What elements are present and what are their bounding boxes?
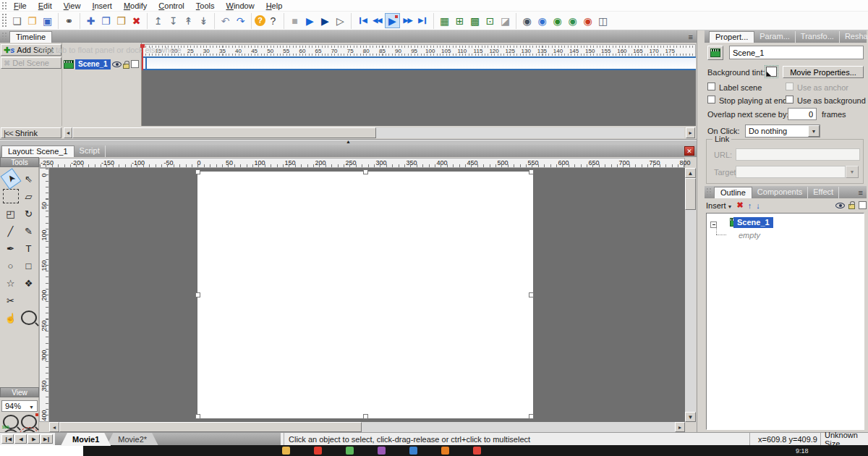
stop-icon[interactable]: ■ — [287, 13, 302, 28]
scroll-right-icon[interactable]: ▸ — [675, 422, 685, 432]
visibility-eye-icon[interactable] — [112, 62, 122, 67]
menu-window[interactable]: Window — [221, 1, 260, 10]
export-movie-icon[interactable]: ◉ — [519, 13, 535, 28]
taskbar-app4-icon[interactable] — [409, 447, 417, 455]
export-window-icon[interactable]: ◉ — [550, 13, 565, 28]
export-avi-icon[interactable]: ◉ — [565, 13, 580, 28]
paste-icon[interactable]: ❒ — [114, 13, 129, 28]
insert-movieclip-icon[interactable]: ⊞ — [452, 13, 467, 28]
workspace-canvas[interactable] — [49, 168, 685, 422]
timeline-frame-ruler[interactable]: 1520253035404550556065707580859095100105… — [142, 44, 696, 56]
menubar-grip[interactable] — [1, 1, 7, 9]
goto-end-icon[interactable]: ▶❙ — [415, 13, 430, 28]
select-column-checkbox[interactable] — [859, 201, 867, 209]
delete-object-icon[interactable]: ✖ — [736, 200, 743, 210]
selection-handle[interactable] — [363, 414, 368, 419]
lower-icon[interactable]: ↧ — [166, 13, 181, 28]
scene-type-button[interactable] — [707, 46, 723, 60]
taskbar-app3-icon[interactable] — [378, 447, 386, 455]
text-tool[interactable]: T — [21, 241, 37, 256]
timeline-scene-label[interactable]: Scene_1 — [75, 59, 111, 69]
label-scene-checkbox[interactable] — [707, 83, 715, 90]
hscrollbar-thumb[interactable] — [59, 422, 362, 432]
selection-handle[interactable] — [195, 169, 200, 174]
lock-icon[interactable] — [123, 64, 129, 69]
close-layout-icon[interactable] — [684, 146, 694, 156]
scene-select-checkbox[interactable] — [131, 60, 139, 68]
shrink-button[interactable]: |<< Shrink — [1, 127, 61, 138]
selection-handle[interactable] — [529, 414, 534, 419]
menu-tools[interactable]: Tools — [190, 1, 221, 10]
tab-transfo[interactable]: Transfo... — [796, 31, 840, 43]
zoom-level-dropdown[interactable]: 94% — [1, 400, 38, 412]
outline-grip[interactable] — [706, 187, 711, 197]
tab-param[interactable]: Param... — [754, 31, 796, 43]
save-icon[interactable]: ▣ — [40, 13, 55, 28]
canvas-horizontal-scrollbar[interactable]: ◂ ▸ — [49, 422, 685, 432]
scale-tool[interactable]: ◰ — [3, 206, 19, 221]
step-forward-icon[interactable]: ▶▶ — [400, 13, 415, 28]
tab-properties[interactable]: Propert... — [709, 31, 754, 43]
tab-effect[interactable]: Effect — [808, 187, 839, 198]
move-icon[interactable]: ✚ — [83, 13, 98, 28]
selection-handle[interactable] — [195, 414, 200, 419]
taskbar-app6-icon[interactable] — [473, 447, 481, 455]
raise-icon[interactable]: ↥ — [150, 13, 166, 28]
on-click-dropdown[interactable]: Do nothing — [745, 124, 820, 138]
outline-tree[interactable]: Scene_1 empty — [706, 213, 864, 430]
find-icon[interactable]: ⚭ — [61, 13, 77, 28]
undo-icon[interactable]: ↶ — [218, 13, 233, 28]
zoom-tool[interactable] — [21, 311, 37, 325]
play-frame-icon[interactable]: ▶ — [385, 13, 400, 28]
timeline-layout-splitter[interactable] — [0, 140, 697, 145]
context-help-icon[interactable]: ? — [265, 13, 281, 28]
rectangle-tool[interactable]: □ — [21, 258, 37, 273]
delete-icon[interactable]: ✖ — [129, 13, 144, 28]
first-frame-button[interactable]: ❙◀ — [1, 434, 14, 444]
play-timeline-icon[interactable]: ▶ — [318, 13, 333, 28]
tab-movie1[interactable]: Movie1 — [61, 433, 111, 446]
overlap-input[interactable] — [788, 108, 817, 120]
timeline-panel-menu-icon[interactable]: ≡ — [689, 33, 697, 43]
pen-tool[interactable]: ✒ — [3, 241, 19, 256]
export-html-icon[interactable]: ◉ — [535, 13, 550, 28]
selection-handle[interactable] — [529, 292, 534, 297]
stop-playing-checkbox[interactable] — [707, 96, 715, 104]
del-scene-button[interactable]: ✖ Del Scene — [1, 57, 61, 69]
export-exe-icon[interactable]: ◉ — [580, 13, 595, 28]
insert-scene-icon[interactable]: ▦ — [437, 13, 452, 28]
last-frame-button[interactable]: ▶❙ — [41, 434, 53, 444]
scroll-left-icon[interactable]: ◂ — [49, 422, 59, 432]
timeline-track[interactable] — [142, 56, 696, 70]
insert-instance-icon[interactable]: ⊡ — [482, 13, 498, 28]
timeline-scroll-right-icon[interactable]: ▸ — [686, 127, 695, 138]
subselect-tool[interactable]: ⇖ — [21, 172, 37, 186]
pencil-tool[interactable]: ✎ — [21, 224, 37, 238]
timeline-scrollbar-thumb[interactable] — [72, 127, 376, 138]
timeline-grip[interactable] — [1, 32, 7, 41]
insert-content-icon[interactable]: ◪ — [498, 13, 513, 28]
menu-view[interactable]: View — [58, 1, 87, 10]
tab-timeline[interactable]: Timeline — [9, 31, 52, 43]
menu-file[interactable]: File — [8, 1, 33, 10]
scroll-down-icon[interactable]: ▼ — [685, 412, 696, 422]
selection-handle[interactable] — [195, 292, 200, 297]
help-icon[interactable]: ? — [255, 15, 265, 26]
selection-handle[interactable] — [363, 169, 368, 174]
menu-insert[interactable]: Insert — [86, 1, 118, 10]
canvas-vertical-scrollbar[interactable]: ▲ ▼ — [685, 168, 696, 422]
export-text-icon[interactable]: ◫ — [595, 13, 610, 28]
move-up-icon[interactable]: ↑ — [748, 201, 752, 210]
background-tint-swatch[interactable] — [766, 67, 777, 77]
movie-properties-button[interactable]: Movie Properties... — [783, 66, 864, 78]
select-tool[interactable]: ➤ — [0, 168, 21, 189]
pan-tool[interactable]: ☝ — [3, 311, 19, 325]
knife-tool[interactable]: ✂ — [3, 293, 19, 308]
zoom-reset-icon[interactable] — [21, 415, 37, 429]
redo-icon[interactable]: ↷ — [233, 13, 248, 28]
prev-frame-button[interactable]: ◀ — [14, 434, 27, 444]
open-icon[interactable]: ❐ — [25, 13, 40, 28]
selection-handle[interactable] — [529, 169, 534, 174]
outline-scene-item[interactable]: Scene_1 — [733, 217, 773, 228]
playhead[interactable] — [142, 44, 143, 70]
